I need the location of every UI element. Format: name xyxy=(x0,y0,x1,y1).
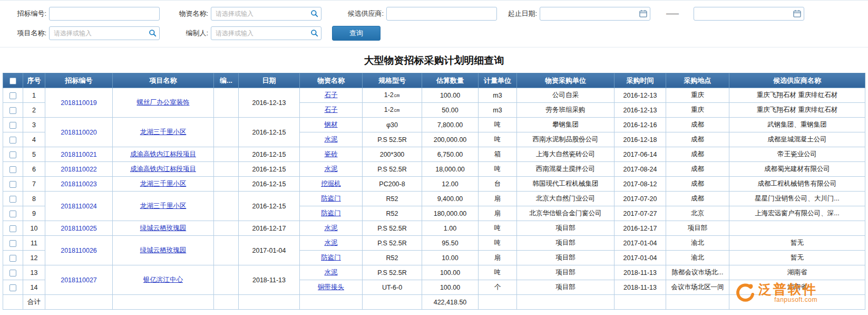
date-from-input[interactable] xyxy=(540,7,650,21)
material-search-icon[interactable] xyxy=(309,9,319,18)
material-link[interactable]: 挖掘机 xyxy=(300,177,363,192)
unit-cell: 扇 xyxy=(479,192,517,206)
seq-cell: 4 xyxy=(23,132,45,147)
suppliers-cell: 成都皇城混凝土公司 xyxy=(729,132,865,147)
purchase-time-cell: 2016-12-13 xyxy=(615,103,666,118)
row-checkbox[interactable] xyxy=(9,284,16,291)
seq-cell: 14 xyxy=(23,280,45,295)
material-link[interactable]: 水泥 xyxy=(300,236,363,251)
column-header: 估算数量 xyxy=(422,73,479,88)
calendar-icon-to[interactable] xyxy=(792,9,802,18)
bid-no-link[interactable]: 2018110025 xyxy=(45,221,113,236)
project-link[interactable]: 银亿滨江中心 xyxy=(113,265,214,295)
table-row: 102018110025绿城云栖玫瑰园2016-12-17水泥P.S 52.5R… xyxy=(3,221,865,236)
purchase-place-cell: 陈都会议市场北... xyxy=(666,265,729,280)
compiler-search-icon[interactable] xyxy=(309,28,319,38)
compiler-cell xyxy=(214,221,239,236)
material-link[interactable]: 防盗门 xyxy=(300,192,363,206)
project-link[interactable]: 龙湖三千里小区 xyxy=(113,192,214,221)
project-link[interactable]: 成渝高铁内江标段项目 xyxy=(113,147,214,162)
row-checkbox[interactable] xyxy=(9,240,16,247)
date-to-input[interactable] xyxy=(694,7,804,21)
seq-cell: 5 xyxy=(23,147,45,162)
compiler-input[interactable] xyxy=(211,26,321,40)
project-link[interactable]: 龙湖三千里小区 xyxy=(113,177,214,192)
purchase-place-cell: 成都 xyxy=(666,132,729,147)
purchase-unit-cell: 项目部 xyxy=(517,236,615,251)
row-checkbox[interactable] xyxy=(9,196,16,203)
material-link[interactable]: 石子 xyxy=(300,103,363,118)
calendar-icon-from[interactable] xyxy=(638,9,648,18)
material-link[interactable]: 水泥 xyxy=(300,132,363,147)
material-link[interactable]: 水泥 xyxy=(300,265,363,280)
material-link[interactable]: 铜带接头 xyxy=(300,280,363,295)
query-button[interactable]: 查询 xyxy=(332,26,381,41)
bid-no-link[interactable]: 2018110027 xyxy=(45,265,113,295)
bid-no-link[interactable]: 2018110021 xyxy=(45,147,113,162)
purchase-time-cell: 2017-08-24 xyxy=(615,162,666,177)
material-link[interactable]: 钢材 xyxy=(300,118,363,132)
purchase-unit-cell: 北京华信银合金门窗公司 xyxy=(517,206,615,221)
bid-no-label: 招标编号: xyxy=(12,9,46,18)
material-link[interactable]: 水泥 xyxy=(300,221,363,236)
date-cell: 2016-12-17 xyxy=(239,221,300,236)
row-checkbox[interactable] xyxy=(9,166,16,173)
row-select-cell xyxy=(3,118,23,132)
bid-no-link[interactable]: 2018110026 xyxy=(45,236,113,265)
bid-no-link[interactable]: 2018110023 xyxy=(45,177,113,192)
bid-no-link[interactable]: 2018110020 xyxy=(45,118,113,147)
row-checkbox[interactable] xyxy=(9,92,16,99)
compiler-cell xyxy=(214,147,239,162)
row-checkbox[interactable] xyxy=(9,107,16,114)
bid-no-link[interactable]: 2018110024 xyxy=(45,192,113,221)
suppliers-cell: 重庆飞翔石材 重庆绯红石材 xyxy=(729,103,865,118)
table-row: 132018110027银亿滨江中心2018-11-13水泥P.S 52.5R1… xyxy=(3,265,865,280)
row-checkbox[interactable] xyxy=(9,122,16,129)
project-link[interactable]: 绿城云栖玫瑰园 xyxy=(113,221,214,236)
project-search-icon[interactable] xyxy=(148,28,157,38)
row-checkbox[interactable] xyxy=(9,181,16,188)
purchase-time-cell: 2017-01-04 xyxy=(615,251,666,265)
seq-cell: 10 xyxy=(23,221,45,236)
material-link[interactable]: 瓷砖 xyxy=(300,147,363,162)
purchase-place-cell: 重庆 xyxy=(666,88,729,103)
suppliers-cell: 成都蜀光建材有限公司 xyxy=(729,162,865,177)
project-link[interactable]: 成渝高铁内江标段项目 xyxy=(113,162,214,177)
column-header: 规格型号 xyxy=(363,73,422,88)
row-checkbox[interactable] xyxy=(9,211,16,217)
project-link[interactable]: 龙湖三千里小区 xyxy=(113,118,214,147)
select-all-checkbox[interactable] xyxy=(9,78,16,84)
suppliers-cell: 成都工程机械销售有限公司 xyxy=(729,177,865,192)
row-select-cell xyxy=(3,265,23,280)
total-empty-cell xyxy=(300,295,363,310)
project-link[interactable]: 螺丝厂办公室装饰 xyxy=(113,88,214,118)
row-checkbox[interactable] xyxy=(9,270,16,276)
material-link[interactable]: 防盗门 xyxy=(300,251,363,265)
material-link[interactable]: 石子 xyxy=(300,88,363,103)
total-qty-cell: 422,418.50 xyxy=(422,295,479,310)
project-input[interactable] xyxy=(49,26,160,40)
row-checkbox[interactable] xyxy=(9,225,16,232)
material-link[interactable]: 水泥 xyxy=(300,162,363,177)
purchase-place-cell: 会议市场北区一间 xyxy=(666,280,729,295)
purchase-time-cell: 2017-07-27 xyxy=(615,206,666,221)
project-link[interactable]: 绿城云栖玫瑰园 xyxy=(113,236,214,265)
column-header: 项目名称 xyxy=(113,73,214,88)
suppliers-cell: 暂无 xyxy=(729,251,865,265)
purchase-unit-cell: 项目部 xyxy=(517,221,615,236)
date-cell: 2016-12-15 xyxy=(239,192,300,221)
bid-no-input[interactable] xyxy=(49,7,160,21)
table-row: 82018110024龙湖三千里小区2016-12-15防盗门R529,400.… xyxy=(3,192,865,206)
row-checkbox[interactable] xyxy=(9,137,16,144)
bid-no-link[interactable]: 2018110022 xyxy=(45,162,113,177)
row-checkbox[interactable] xyxy=(9,151,16,158)
table-row: 12018110019螺丝厂办公室装饰2016-12-13石子1-2㎝100.0… xyxy=(3,88,865,103)
supplier-input[interactable] xyxy=(386,7,497,21)
material-link[interactable]: 防盗门 xyxy=(300,206,363,221)
row-checkbox[interactable] xyxy=(9,255,16,262)
bid-no-link[interactable]: 2018110019 xyxy=(45,88,113,118)
qty-cell: 180,000.00 xyxy=(422,206,479,221)
spec-cell: P.S 52.5R xyxy=(363,236,422,251)
material-input[interactable] xyxy=(211,7,321,21)
purchase-unit-cell: 西南水泥制品股份公司 xyxy=(517,132,615,147)
